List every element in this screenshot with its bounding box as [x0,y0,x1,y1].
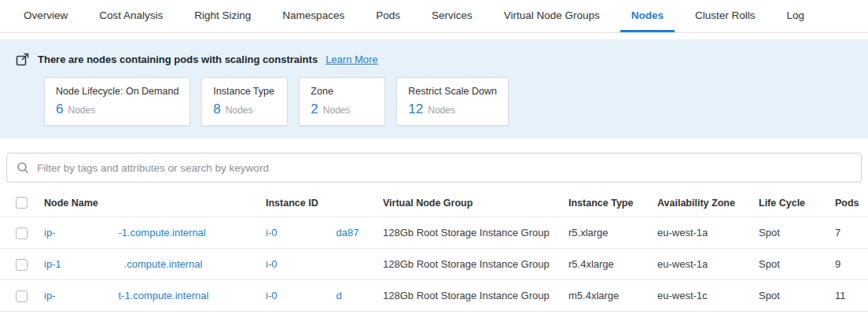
card-count: 2 [311,102,318,117]
row-checkbox-cell [0,226,44,238]
instance-id-link[interactable]: i-0da87 [266,227,359,238]
card-count-row: 6 Nodes [56,102,178,117]
instance-id-prefix: i-0 [266,290,277,301]
tab-virtual-node-groups[interactable]: Virtual Node Groups [493,0,611,32]
pods-cell: 11 [835,290,868,301]
redacted-gap [277,267,336,268]
row-checkbox-cell [0,257,44,270]
scaling-constraint-icon [16,52,30,66]
instance-id-prefix: i-0 [266,227,277,238]
row-checkbox[interactable] [16,290,28,302]
table-row: ip-1.compute.internal i-0 128Gb Root Sto… [0,249,868,280]
instance-type-cell: r5.4xlarge [568,258,657,270]
pods-cell: 9 [835,258,868,270]
tab-right-sizing[interactable]: Right Sizing [183,0,262,32]
card-count: 12 [408,102,423,117]
search-input[interactable] [35,153,861,182]
instance-id-prefix: i-0 [266,258,277,270]
constraint-card-restrict-scale-down[interactable]: Restrict Scale Down 12 Nodes [396,77,509,126]
tab-bar: Overview Cost Analysis Right Sizing Name… [0,0,868,33]
instance-id-cell: i-0da87 [266,227,383,238]
instance-id-cell: i-0 [266,258,383,270]
tab-namespaces[interactable]: Namespaces [271,0,355,32]
tab-pods[interactable]: Pods [365,0,411,32]
life-cycle-cell: Spot [759,258,835,270]
virtual-node-group-cell: 128Gb Root Storage Instance Group [383,258,568,270]
card-unit: Nodes [68,105,95,116]
tab-overview[interactable]: Overview [13,0,79,32]
life-cycle-cell: Spot [759,227,835,238]
redacted-gap [55,235,118,236]
instance-id-link[interactable]: i-0d [266,290,342,301]
instance-id-link[interactable]: i-0 [266,258,336,270]
card-count: 8 [213,102,220,117]
card-count-row: 12 Nodes [408,102,497,117]
availability-zone-cell: eu-west-1a [657,227,759,238]
card-count: 6 [56,102,63,117]
column-header-life-cycle: Life Cycle [759,198,835,209]
instance-id-suffix: da87 [336,227,359,238]
tab-cost-analysis[interactable]: Cost Analysis [88,0,174,32]
tab-nodes[interactable]: Nodes [620,0,675,32]
node-name-link[interactable]: ip-t-1.compute.internal [44,290,208,301]
table-row: ip--1.compute.internal i-0da87 128Gb Roo… [0,217,868,249]
card-title: Restrict Scale Down [408,86,497,97]
banner-message-row: There are nodes containing pods with sca… [16,52,852,66]
column-header-pods: Pods [835,198,868,209]
instance-type-cell: r5.xlarge [568,227,657,238]
card-count-row: 8 Nodes [213,102,276,117]
table-row: ip-t-1.compute.internal i-0d 128Gb Root … [0,280,868,312]
node-name-suffix: -1.compute.internal [118,227,205,238]
node-name-suffix: t-1.compute.internal [118,290,208,301]
search-icon [17,161,29,174]
column-header-availability-zone: Availability Zone [657,198,759,209]
nodes-table: Node Name Instance ID Virtual Node Group… [0,189,868,312]
node-name-cell: ip-1.compute.internal [44,258,266,270]
header-checkbox-cell [0,197,44,209]
column-header-node-name: Node Name [44,198,266,209]
node-name-suffix: .compute.internal [124,258,203,270]
virtual-node-group-cell: 128Gb Root Storage Instance Group [383,227,568,238]
card-unit: Nodes [428,105,455,116]
redacted-gap [55,298,118,299]
constraint-card-node-lifecycle[interactable]: Node Lifecycle: On Demand 6 Nodes [44,77,190,126]
node-name-prefix: ip- [44,290,55,301]
virtual-node-group-cell: 128Gb Root Storage Instance Group [383,290,568,301]
constraint-card-zone[interactable]: Zone 2 Nodes [299,77,385,126]
instance-id-cell: i-0d [266,290,383,301]
redacted-gap [61,267,124,268]
constraint-cards-row: Node Lifecycle: On Demand 6 Nodes Instan… [44,77,852,126]
column-header-instance-id: Instance ID [266,198,383,209]
node-name-link[interactable]: ip--1.compute.internal [44,227,206,238]
card-unit: Nodes [226,105,253,116]
column-header-virtual-node-group: Virtual Node Group [383,198,568,209]
filter-search [6,153,862,183]
row-checkbox-cell [0,289,44,301]
card-unit: Nodes [323,105,351,116]
node-name-prefix: ip-1 [44,258,61,270]
node-name-cell: ip-t-1.compute.internal [44,290,266,301]
redacted-gap [277,298,336,299]
row-checkbox[interactable] [16,227,28,239]
constraint-card-instance-type[interactable]: Instance Type 8 Nodes [201,77,288,126]
card-count-row: 2 Nodes [311,102,373,117]
card-title: Zone [311,86,373,97]
learn-more-link[interactable]: Learn More [326,54,377,65]
life-cycle-cell: Spot [759,290,835,301]
tab-log[interactable]: Log [776,0,816,32]
tab-services[interactable]: Services [421,0,484,32]
node-name-cell: ip--1.compute.internal [44,227,266,238]
node-name-link[interactable]: ip-1.compute.internal [44,258,202,270]
instance-type-cell: m5.4xlarge [568,290,657,301]
scaling-constraints-banner: There are nodes containing pods with sca… [0,39,868,139]
tab-cluster-rolls[interactable]: Cluster Rolls [684,0,767,32]
table-header-row: Node Name Instance ID Virtual Node Group… [0,189,868,217]
select-all-checkbox[interactable] [16,197,28,209]
card-title: Node Lifecycle: On Demand [56,86,178,97]
banner-message: There are nodes containing pods with sca… [38,54,318,65]
column-header-instance-type: Instance Type [568,198,657,209]
availability-zone-cell: eu-west-1c [657,290,759,301]
pods-cell: 7 [835,227,868,238]
row-checkbox[interactable] [16,259,28,271]
availability-zone-cell: eu-west-1a [657,258,759,270]
